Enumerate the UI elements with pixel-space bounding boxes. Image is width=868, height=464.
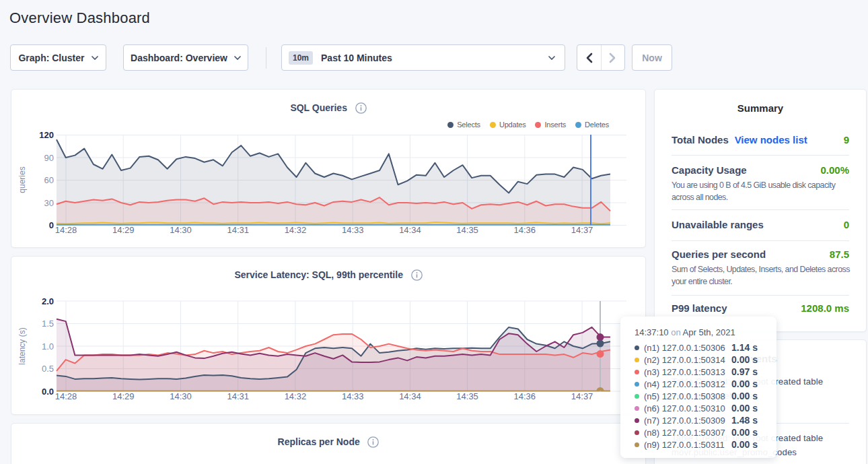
svg-text:14:35: 14:35 — [456, 391, 478, 401]
svg-text:1.0: 1.0 — [42, 341, 54, 352]
svg-text:0.0: 0.0 — [42, 387, 54, 397]
svg-text:14:31: 14:31 — [227, 225, 249, 235]
svg-text:14:35: 14:35 — [456, 225, 478, 235]
svg-text:90: 90 — [44, 153, 54, 163]
svg-text:120: 120 — [39, 130, 54, 140]
svg-text:14:34: 14:34 — [399, 225, 421, 235]
svg-text:14:33: 14:33 — [342, 391, 364, 401]
svg-text:14:32: 14:32 — [285, 225, 307, 235]
svg-text:14:37: 14:37 — [571, 225, 593, 235]
svg-text:14:30: 14:30 — [170, 391, 192, 401]
svg-text:1.5: 1.5 — [42, 319, 54, 329]
svg-text:14:34: 14:34 — [399, 391, 421, 401]
svg-text:14:32: 14:32 — [285, 391, 307, 401]
svg-text:0.5: 0.5 — [42, 364, 54, 374]
svg-text:14:31: 14:31 — [227, 391, 249, 401]
svg-text:2.0: 2.0 — [42, 296, 54, 306]
svg-text:14:29: 14:29 — [112, 225, 135, 235]
svg-text:14:33: 14:33 — [342, 225, 364, 235]
svg-text:14:29: 14:29 — [112, 391, 135, 401]
svg-text:0: 0 — [49, 220, 54, 230]
svg-text:60: 60 — [44, 175, 54, 185]
svg-text:14:30: 14:30 — [170, 225, 192, 235]
svg-text:14:36: 14:36 — [514, 225, 536, 235]
svg-text:latency (s): latency (s) — [17, 327, 27, 364]
svg-text:queries: queries — [17, 166, 27, 193]
svg-text:14:28: 14:28 — [55, 225, 77, 235]
svg-text:14:36: 14:36 — [514, 391, 536, 401]
svg-text:14:37: 14:37 — [571, 391, 593, 401]
svg-text:30: 30 — [44, 198, 54, 208]
svg-text:14:28: 14:28 — [55, 391, 77, 401]
